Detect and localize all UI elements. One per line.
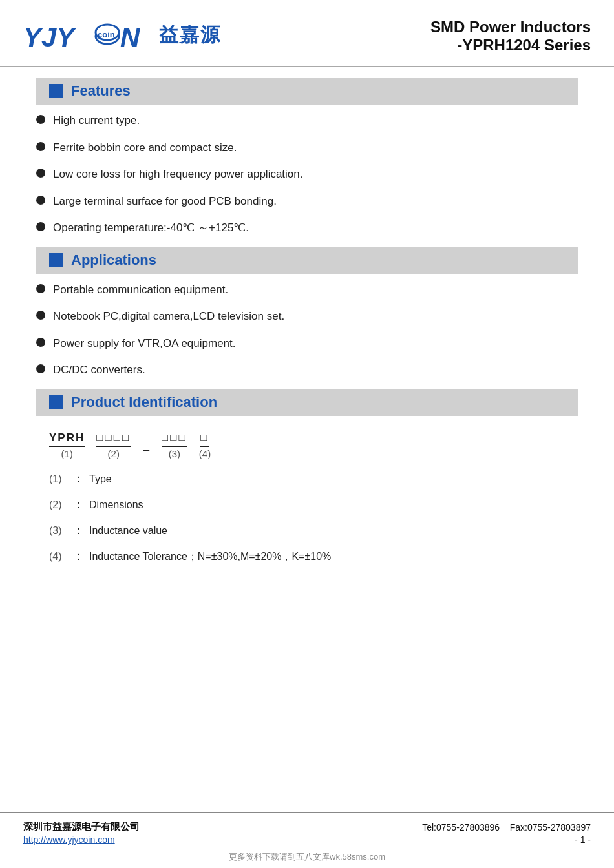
diagram-boxes-1: □□□□: [96, 431, 131, 447]
feature-text: Ferrite bobbin core and compact size.: [53, 140, 237, 156]
detail-val: Type: [89, 473, 112, 485]
bullet-dot: [36, 338, 45, 347]
svg-text:N: N: [120, 22, 141, 52]
feature-text: Operating temperature:-40℃ ～+125℃.: [53, 220, 249, 236]
list-item: Ferrite bobbin core and compact size.: [36, 140, 591, 156]
part-label-4: (4): [199, 448, 211, 459]
diagram-part-2: □□□□ (2): [96, 431, 131, 459]
diagram-box-3: □: [200, 431, 209, 447]
detail-row: (4) ： Inductance Tolerance；N=±30%,M=±20%…: [49, 548, 591, 564]
diagram-code: YPRH: [49, 431, 85, 447]
detail-val: Dimensions: [89, 499, 143, 511]
detail-row: (1) ： Type: [49, 471, 591, 486]
svg-text:coin: coin: [98, 30, 115, 39]
part-label-3: (3): [169, 448, 180, 459]
list-item: Low core loss for high frequency power a…: [36, 166, 591, 183]
detail-num: (4): [49, 551, 67, 563]
detail-val: Inductance Tolerance；N=±30%,M=±20%，K=±10…: [89, 550, 331, 564]
list-item: Large terminal surface for good PCB bond…: [36, 193, 591, 210]
logo-area: YJY coin N 益嘉源: [23, 18, 221, 52]
list-item: Portable communication equipment.: [36, 282, 591, 298]
product-id-diagram: YPRH (1) □□□□ (2) − □□□ (3) □ (4): [49, 431, 591, 459]
features-header: Features: [36, 78, 578, 105]
detail-row: (2) ： Dimensions: [49, 497, 591, 512]
part-label-1: (1): [61, 448, 72, 459]
detail-val: Inductance value: [89, 525, 167, 537]
list-item: Operating temperature:-40℃ ～+125℃.: [36, 220, 591, 236]
detail-sep: ：: [72, 522, 84, 538]
features-list: High current type. Ferrite bobbin core a…: [23, 112, 591, 236]
detail-num: (2): [49, 499, 67, 511]
features-title: Features: [71, 83, 131, 99]
app-text: Power supply for VTR,OA equipment.: [53, 335, 236, 352]
applications-header: Applications: [36, 247, 578, 274]
detail-sep: ：: [72, 548, 84, 564]
product-id-section: Product Identification YPRH (1) □□□□ (2)…: [23, 389, 591, 564]
bullet-dot: [36, 222, 45, 231]
footer-company: 深圳市益嘉源电子有限公司: [23, 821, 140, 833]
title-line1: SMD Power Inductors: [430, 18, 591, 36]
bullet-dot: [36, 311, 45, 320]
detail-sep: ：: [72, 497, 84, 512]
bullet-dot: [36, 115, 45, 124]
title-line2: -YPRH1204 Series: [430, 36, 591, 54]
diagram-part-1: YPRH (1): [49, 431, 85, 459]
footer: 深圳市益嘉源电子有限公司 Tel:0755-27803896 Fax:0755-…: [0, 812, 614, 868]
main-content: Features High current type. Ferrite bobb…: [0, 67, 614, 693]
footer-watermark: 更多资料下载请到五八文库wk.58sms.com: [23, 851, 591, 863]
applications-list: Portable communication equipment. Notebo…: [23, 282, 591, 378]
detail-num: (3): [49, 525, 67, 537]
header-title: SMD Power Inductors -YPRH1204 Series: [430, 18, 591, 54]
bullet-dot: [36, 364, 45, 373]
bullet-dot: [36, 142, 45, 151]
logo-icon: YJY coin N: [23, 18, 153, 52]
diagram-row: YPRH (1) □□□□ (2) − □□□ (3) □ (4): [49, 431, 591, 459]
header: YJY coin N 益嘉源 SMD Power Inductors -YPRH…: [0, 0, 614, 67]
product-id-icon: [49, 395, 63, 409]
bullet-dot: [36, 196, 45, 205]
list-item: Power supply for VTR,OA equipment.: [36, 335, 591, 352]
diagram-dash: −: [142, 443, 150, 459]
footer-page: - 1 -: [575, 834, 591, 845]
product-id-header: Product Identification: [36, 389, 578, 416]
app-text: Portable communication equipment.: [53, 282, 228, 298]
detail-sep: ：: [72, 471, 84, 486]
diagram-part-3: □□□ (3): [162, 431, 187, 459]
list-item: High current type.: [36, 112, 591, 129]
feature-text: High current type.: [53, 112, 140, 129]
applications-section: Applications Portable communication equi…: [23, 247, 591, 378]
list-item: DC/DC converters.: [36, 362, 591, 378]
bullet-dot: [36, 169, 45, 178]
bullet-dot: [36, 284, 45, 293]
detail-num: (1): [49, 473, 67, 485]
svg-text:YJY: YJY: [23, 22, 77, 52]
part-label-2: (2): [108, 448, 120, 459]
features-icon: [49, 84, 63, 98]
footer-fax: Fax:0755-27803897: [510, 822, 591, 832]
footer-row1: 深圳市益嘉源电子有限公司 Tel:0755-27803896 Fax:0755-…: [23, 821, 591, 833]
diagram-boxes-2: □□□: [162, 431, 187, 447]
applications-title: Applications: [71, 252, 156, 269]
logo-chinese: 益嘉源: [159, 22, 221, 48]
features-section: Features High current type. Ferrite bobb…: [23, 78, 591, 236]
product-id-details: (1) ： Type (2) ： Dimensions (3) ： Induct…: [49, 471, 591, 564]
applications-icon: [49, 253, 63, 267]
feature-text: Low core loss for high frequency power a…: [53, 166, 303, 183]
app-text: DC/DC converters.: [53, 362, 145, 378]
diagram-part-4: □ (4): [199, 431, 211, 459]
app-text: Notebook PC,digital camera,LCD televisio…: [53, 308, 284, 325]
footer-row2: http://www.yjycoin.com - 1 -: [23, 834, 591, 845]
feature-text: Large terminal surface for good PCB bond…: [53, 193, 277, 210]
product-id-title: Product Identification: [71, 394, 217, 411]
footer-tel: Tel:0755-27803896: [422, 822, 500, 832]
list-item: Notebook PC,digital camera,LCD televisio…: [36, 308, 591, 325]
footer-website[interactable]: http://www.yjycoin.com: [23, 834, 115, 845]
footer-contact: Tel:0755-27803896 Fax:0755-27803897: [422, 822, 591, 832]
detail-row: (3) ： Inductance value: [49, 522, 591, 538]
